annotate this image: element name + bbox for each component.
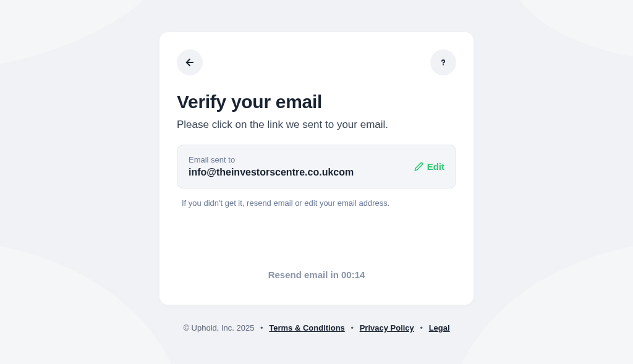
- copyright-text: © Uphold, Inc. 2025: [183, 323, 254, 332]
- separator: •: [420, 323, 423, 332]
- resend-time: 00:14: [341, 269, 365, 280]
- legal-link[interactable]: Legal: [429, 323, 450, 332]
- page-title: Verify your email: [177, 91, 456, 112]
- edit-email-button[interactable]: Edit: [414, 161, 444, 172]
- page-container: Verify your email Please click on the li…: [0, 0, 633, 332]
- privacy-link[interactable]: Privacy Policy: [360, 323, 414, 332]
- email-info: Email sent to info@theinvestorscentre.co…: [189, 155, 354, 178]
- verify-email-card: Verify your email Please click on the li…: [159, 32, 474, 305]
- card-header: [177, 49, 456, 75]
- separator: •: [350, 323, 354, 332]
- resend-prefix: Resend email in: [268, 269, 341, 280]
- edit-label: Edit: [427, 161, 444, 172]
- question-mark-icon: [438, 57, 449, 68]
- separator: •: [260, 323, 263, 332]
- back-button[interactable]: [177, 49, 203, 75]
- page-subtitle: Please click on the link we sent to your…: [177, 119, 456, 131]
- pencil-icon: [414, 162, 423, 171]
- arrow-left-icon: [184, 57, 195, 68]
- email-box: Email sent to info@theinvestorscentre.co…: [177, 145, 456, 188]
- resend-countdown: Resend email in 00:14: [177, 269, 456, 280]
- help-text: If you didn't get it, resend email or ed…: [177, 198, 456, 208]
- email-address: info@theinvestorscentre.co.ukcom: [189, 167, 354, 178]
- footer: © Uphold, Inc. 2025 • Terms & Conditions…: [183, 323, 449, 332]
- email-sent-label: Email sent to: [189, 155, 354, 164]
- terms-link[interactable]: Terms & Conditions: [269, 323, 345, 332]
- help-button[interactable]: [430, 49, 456, 75]
